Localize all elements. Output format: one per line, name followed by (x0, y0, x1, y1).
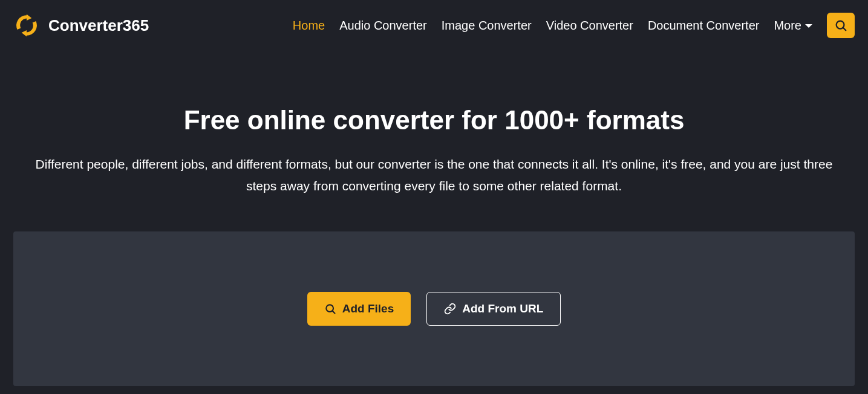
nav-more[interactable]: More (774, 19, 812, 33)
nav-video-converter[interactable]: Video Converter (546, 19, 633, 33)
add-from-url-button[interactable]: Add From URL (426, 292, 561, 326)
dropzone[interactable]: Add Files Add From URL (13, 231, 855, 386)
link-icon (444, 303, 456, 315)
svg-marker-0 (27, 15, 31, 21)
nav-home[interactable]: Home (293, 19, 325, 33)
main: Free online converter for 1000+ formats … (0, 51, 868, 386)
svg-line-5 (332, 311, 334, 314)
logo[interactable]: Converter365 (13, 12, 149, 39)
page-subtitle: Different people, different jobs, and di… (12, 153, 856, 196)
nav-audio-converter[interactable]: Audio Converter (339, 19, 427, 33)
svg-marker-1 (22, 30, 27, 37)
add-files-label: Add Files (342, 302, 394, 315)
search-icon (324, 303, 336, 315)
svg-line-3 (843, 28, 846, 31)
convert-icon (13, 12, 40, 39)
search-button[interactable] (827, 13, 855, 38)
add-files-button[interactable]: Add Files (307, 292, 411, 326)
nav-image-converter[interactable]: Image Converter (442, 19, 532, 33)
nav-document-converter[interactable]: Document Converter (648, 19, 760, 33)
search-icon (834, 19, 847, 32)
add-from-url-label: Add From URL (462, 302, 543, 315)
nav-more-label: More (774, 19, 801, 33)
header: Converter365 Home Audio Converter Image … (0, 0, 868, 51)
chevron-down-icon (805, 24, 812, 28)
page-title: Free online converter for 1000+ formats (0, 105, 868, 135)
brand-name: Converter365 (48, 16, 149, 35)
navigation: Home Audio Converter Image Converter Vid… (293, 13, 855, 38)
